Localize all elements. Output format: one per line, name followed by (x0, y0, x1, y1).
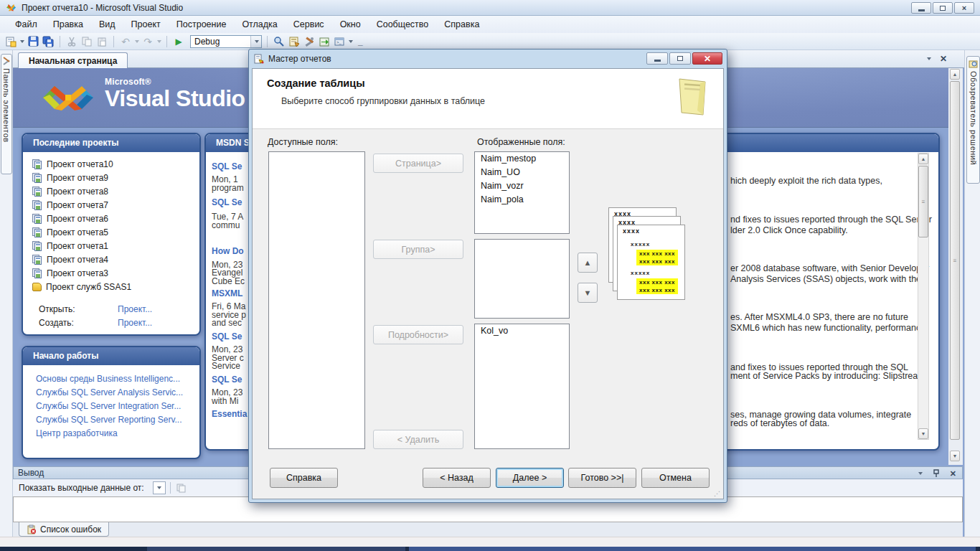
combo-dropdown-button[interactable] (250, 36, 261, 47)
command-dropdown-arrow[interactable] (349, 40, 353, 43)
error-list-tab[interactable]: Список ошибок (19, 522, 109, 537)
field-item[interactable]: Naim_UO (475, 166, 569, 179)
getting-started-link[interactable]: Службы SQL Server Reporting Serv... (36, 413, 195, 427)
next-button[interactable]: Далее > (496, 468, 564, 488)
menu-item[interactable]: Построение (169, 17, 235, 32)
recent-project-item[interactable]: Проект отчета4 (30, 253, 195, 266)
available-fields-listbox[interactable] (268, 151, 365, 449)
recent-project-item[interactable]: Проект отчета9 (30, 171, 195, 184)
page-fields-listbox[interactable]: Naim_mestopNaim_UONaim_vozrNaim_pola (474, 151, 570, 234)
document-list-dropdown-icon[interactable] (927, 57, 931, 60)
field-item[interactable]: Naim_vozr (475, 179, 569, 193)
new-project-icon[interactable] (4, 35, 17, 48)
command-window-icon[interactable]: >_ (333, 35, 346, 48)
getting-started-link[interactable]: Центр разработчика (36, 427, 195, 441)
find-in-files-icon[interactable] (273, 35, 286, 48)
msdn-text-fragment[interactable]: Service (212, 361, 240, 371)
msdn-scrollbar[interactable]: ▲ ≡ ▼ (918, 153, 929, 440)
save-icon[interactable] (27, 35, 39, 48)
solution-explorer-tab[interactable]: Обозреватель решений (966, 56, 980, 184)
menu-item[interactable]: Правка (45, 17, 91, 32)
save-all-icon[interactable] (42, 35, 55, 48)
close-document-icon[interactable]: ✕ (940, 55, 947, 63)
msdn-text-fragment[interactable]: with Mi (212, 396, 238, 406)
menu-item[interactable]: Файл (7, 17, 45, 32)
toolbox-tab[interactable]: Панель элементов (1, 54, 12, 174)
menu-item[interactable]: Вид (91, 17, 123, 32)
msdn-text-fragment[interactable]: SQL Se (212, 161, 242, 171)
recent-project-item[interactable]: Проект отчета6 (30, 212, 195, 225)
msdn-text-fragment[interactable]: and sec (212, 318, 242, 328)
menu-item[interactable]: Проект (123, 17, 169, 32)
cancel-button[interactable]: Отмена (641, 468, 710, 488)
scroll-down-icon[interactable]: ▼ (950, 451, 960, 461)
configuration-combo[interactable]: Debug (190, 35, 262, 48)
scroll-up-icon[interactable]: ▲ (918, 154, 928, 164)
field-item[interactable]: Naim_pola (475, 193, 569, 207)
recent-project-item[interactable]: Проект отчета5 (30, 225, 195, 239)
dialog-titlebar[interactable]: Мастер отчетов ✕ (249, 50, 727, 68)
solution-explorer-icon[interactable] (318, 35, 331, 48)
open-project-link[interactable]: Проект... (118, 304, 152, 314)
start-debug-icon[interactable]: ▶ (172, 35, 185, 48)
dialog-restore-button[interactable] (669, 52, 691, 65)
msdn-text-fragment[interactable]: program (212, 183, 244, 193)
output-close-icon[interactable]: ✕ (950, 470, 956, 478)
group-button[interactable]: Группа> (373, 240, 463, 259)
restore-button[interactable] (933, 2, 953, 14)
recent-project-item[interactable]: Проект отчета1 (30, 239, 195, 253)
msdn-text-fragment[interactable]: SQL Se (212, 375, 242, 385)
getting-started-link[interactable]: Службы SQL Server Analysis Servic... (36, 386, 195, 400)
msdn-text-fragment[interactable]: Cube Ec (212, 276, 245, 286)
details-button[interactable]: Подробности> (373, 325, 463, 344)
recent-project-item[interactable]: Проект отчета3 (30, 266, 195, 280)
dialog-minimize-button[interactable] (646, 52, 668, 65)
start-page-scrollbar[interactable]: ▲ ≡ ▼ (948, 68, 963, 465)
toolbox-icon[interactable] (303, 35, 316, 48)
scrollbar-thumb[interactable]: ≡ (918, 166, 928, 237)
tab-start-page[interactable]: Начальная страница (18, 52, 128, 68)
page-button[interactable]: Страница> (373, 154, 463, 173)
msdn-text-fragment[interactable]: How Do (212, 246, 244, 256)
msdn-text-fragment[interactable]: MSXML (212, 288, 242, 298)
remove-button[interactable]: < Удалить (373, 430, 463, 449)
menu-item[interactable]: Отладка (234, 17, 285, 32)
scroll-down-icon[interactable]: ▼ (918, 428, 928, 439)
menu-item[interactable]: Окно (332, 17, 369, 32)
finish-button[interactable]: Готово >>| (568, 468, 636, 488)
move-up-button[interactable]: ▲ (578, 253, 598, 273)
recent-project-item[interactable]: Проект отчета7 (30, 198, 195, 212)
create-project-link[interactable]: Проект... (118, 318, 152, 328)
close-button[interactable]: × (954, 2, 974, 14)
new-dropdown-arrow[interactable] (20, 40, 24, 43)
minimize-button[interactable] (911, 2, 931, 14)
pin-icon[interactable] (933, 469, 940, 478)
menu-item[interactable]: Сообщество (369, 17, 437, 32)
getting-started-link[interactable]: Службы SQL Server Integration Ser... (36, 400, 195, 413)
output-source-combo[interactable] (153, 481, 166, 494)
recent-project-item[interactable]: Проект служб SSAS1 (30, 280, 195, 293)
scroll-up-icon[interactable]: ▲ (950, 69, 960, 80)
group-fields-listbox[interactable] (474, 239, 570, 319)
msdn-text-fragment[interactable]: SQL Se (212, 197, 242, 207)
menu-item[interactable]: Сервис (286, 17, 332, 32)
back-button[interactable]: < Назад (423, 468, 491, 488)
help-button[interactable]: Справка (270, 468, 338, 488)
move-down-button[interactable]: ▼ (578, 283, 598, 303)
properties-window-icon[interactable] (288, 35, 301, 48)
recent-project-item[interactable]: Проект отчета8 (30, 184, 195, 198)
menu-item[interactable]: Справка (436, 17, 487, 32)
recent-project-item[interactable]: Проект отчета10 (30, 157, 195, 171)
output-window-dropdown-icon[interactable] (918, 472, 923, 475)
field-item[interactable]: Naim_mestop (475, 152, 569, 166)
msdn-text-fragment[interactable]: Essentia (212, 409, 247, 419)
toolbar-overflow-handle[interactable]: _ (358, 37, 363, 47)
getting-started-link[interactable]: Основы среды Business Intelligenc... (36, 372, 195, 386)
msdn-text-fragment[interactable]: SQL Se (212, 331, 242, 342)
detail-fields-listbox[interactable]: Kol_vo (474, 324, 570, 449)
scrollbar-thumb[interactable]: ≡ (950, 81, 960, 440)
field-item[interactable]: Kol_vo (475, 324, 569, 338)
dialog-close-button[interactable]: ✕ (692, 52, 722, 65)
resize-grip[interactable]: ⋰ (714, 490, 721, 497)
msdn-text-fragment[interactable]: commu (212, 220, 240, 230)
